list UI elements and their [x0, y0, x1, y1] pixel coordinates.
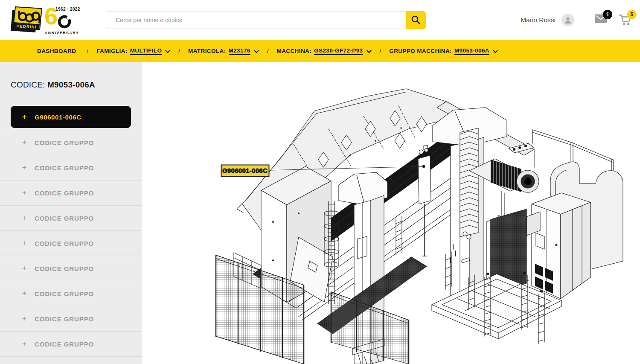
user-name[interactable]: Mario Rossi: [521, 16, 556, 24]
breadcrumb-separator: /: [178, 48, 180, 54]
sidebar-item-codice-gruppo[interactable]: +CODICE GRUPPO: [0, 281, 142, 306]
search-button[interactable]: [406, 11, 426, 29]
sidebar-item-label: CODICE GRUPPO: [35, 240, 94, 247]
sidebar-item-label: CODICE GRUPPO: [35, 215, 94, 222]
sidebar-item-label: CODICE GRUPPO: [35, 315, 94, 323]
sidebar-item-label: CODICE GRUPPO: [35, 290, 94, 297]
breadcrumb-macchina[interactable]: MACCHINA: GS230-GF72-P93: [277, 47, 372, 55]
cart-button[interactable]: 5: [619, 14, 631, 26]
top-header: PEDRINI 6 1962 · 2022 ANNIVERSARY Mario …: [0, 0, 640, 40]
sidebar-item-codice-gruppo[interactable]: +CODICE GRUPPO: [0, 256, 142, 281]
sidebar-item-label: CODICE GRUPPO: [35, 139, 94, 146]
breadcrumb: DASHBOARD / FAMIGLIA: MULTIFILO / MATRIC…: [0, 40, 640, 62]
search-input[interactable]: [106, 11, 426, 29]
accordion-rack: [460, 128, 479, 237]
plus-icon: +: [21, 163, 28, 172]
sidebar-item-label: G906001-006C: [35, 114, 81, 121]
avatar[interactable]: [561, 14, 574, 26]
sidebar-item-codice-gruppo[interactable]: +CODICE GRUPPO: [0, 306, 142, 331]
search-bar: [106, 11, 426, 29]
plus-icon: +: [21, 340, 28, 349]
chevron-down-icon: [367, 50, 372, 53]
anniversary-years: 1962 · 2022: [55, 7, 80, 12]
diagram-part-label: G906001-006C: [222, 167, 268, 174]
plus-icon: +: [21, 138, 28, 147]
plus-icon: +: [21, 289, 28, 298]
chevron-down-icon: [493, 50, 498, 53]
sidebar: CODICE: M9053-006A + G906001-006C +CODIC…: [0, 62, 142, 364]
breadcrumb-dashboard[interactable]: DASHBOARD: [37, 48, 79, 54]
breadcrumb-gruppo-macchina[interactable]: GRUPPO MACCHINA: M9053-006A: [389, 47, 498, 55]
anniversary-logo: 6 1962 · 2022 ANNIVERSARY: [44, 4, 79, 35]
plus-icon: +: [21, 214, 28, 223]
sidebar-item-codice-gruppo[interactable]: +CODICE GRUPPO: [0, 130, 142, 155]
machine-exploded-diagram[interactable]: G906001-006C: [142, 62, 640, 364]
anniversary-word: ANNIVERSARY: [45, 31, 79, 35]
sidebar-item-codice-gruppo[interactable]: +CODICE GRUPPO: [0, 205, 142, 230]
sidebar-item-codice-gruppo[interactable]: +CODICE GRUPPO: [0, 155, 142, 180]
sidebar-group-list: +CODICE GRUPPO +CODICE GRUPPO +CODICE GR…: [0, 130, 142, 364]
breadcrumb-famiglia[interactable]: FAMIGLIA: MULTIFILO: [96, 47, 170, 55]
person-icon: [564, 16, 572, 24]
plus-icon: +: [21, 113, 28, 122]
main-content: G906001-006C: [142, 62, 640, 364]
plus-icon: +: [21, 189, 28, 198]
app-root: PEDRINI 6 1962 · 2022 ANNIVERSARY Mario …: [0, 0, 640, 364]
plus-icon: +: [21, 264, 28, 273]
mail-badge: 1: [603, 10, 612, 19]
sidebar-item-active[interactable]: + G906001-006C: [11, 106, 131, 128]
user-area: Mario Rossi 1 5: [521, 0, 631, 40]
chevron-down-icon: [254, 50, 259, 53]
mail-button[interactable]: 1: [594, 14, 607, 26]
cart-badge: 5: [627, 10, 637, 19]
sidebar-code-title: CODICE: M9053-006A: [11, 80, 142, 90]
sidebar-item-label: CODICE GRUPPO: [35, 265, 94, 272]
pedrini-logo-icon: PEDRINI: [10, 5, 44, 35]
search-icon: [411, 15, 421, 25]
plus-icon: +: [21, 239, 28, 248]
sidebar-item-codice-gruppo[interactable]: +CODICE GRUPPO: [0, 180, 142, 205]
anniversary-zero-ring-icon: [58, 15, 71, 29]
sidebar-item-codice-gruppo[interactable]: +CODICE GRUPPO: [0, 356, 142, 364]
sidebar-item-label: CODICE GRUPPO: [35, 341, 94, 348]
pedrini-logo[interactable]: PEDRINI: [10, 5, 44, 35]
labeled-part[interactable]: [418, 145, 431, 256]
plus-icon: +: [21, 314, 28, 323]
sidebar-item-codice-gruppo[interactable]: +CODICE GRUPPO: [0, 331, 142, 356]
chevron-down-icon: [165, 50, 170, 53]
sidebar-item-label: CODICE GRUPPO: [35, 164, 94, 172]
electrical-cabinet: [521, 193, 591, 299]
sidebar-item-codice-gruppo[interactable]: +CODICE GRUPPO: [0, 230, 142, 256]
sidebar-item-label: CODICE GRUPPO: [35, 189, 94, 197]
breadcrumb-separator: /: [267, 48, 269, 54]
breadcrumb-separator: /: [380, 48, 381, 54]
breadcrumb-matricola[interactable]: MATRICOLA: M23176: [188, 47, 259, 55]
breadcrumb-separator: /: [87, 48, 88, 54]
